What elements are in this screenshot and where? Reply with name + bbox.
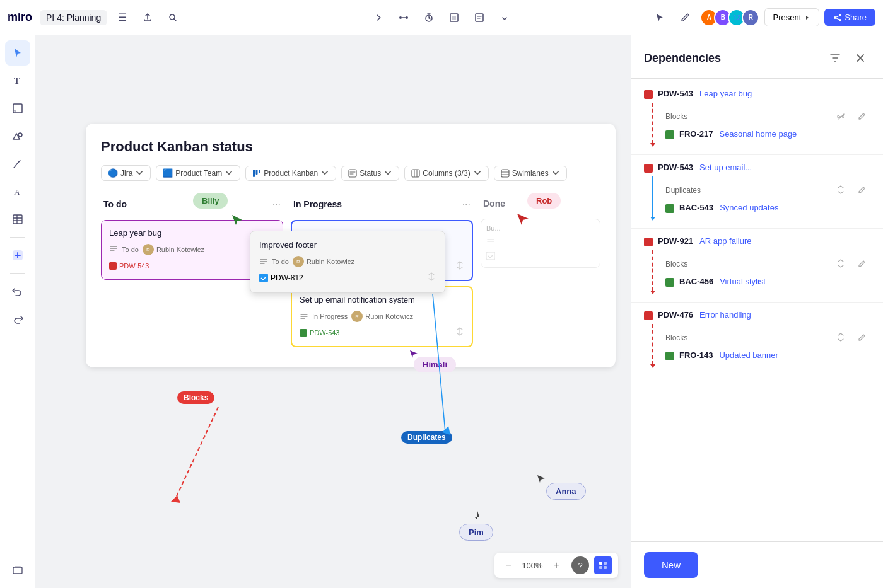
dep-target-name-3: Virtual stylist [720, 277, 766, 286]
col-header-inprogress: In Progress ··· [291, 193, 473, 215]
filter-jira[interactable]: 🔵 Jira [101, 165, 151, 181]
cursor-arrow-himali [409, 349, 419, 362]
tool-table[interactable] [5, 207, 30, 232]
dep-relation-row-2: Duplicates [665, 178, 870, 203]
zoom-minus-btn[interactable]: − [501, 558, 516, 573]
list-icon [109, 244, 118, 255]
card-badge-green: PDW-543 [300, 329, 339, 337]
tool-connector[interactable] [392, 6, 415, 29]
dep-source-2[interactable]: PDW-543 Set up email... [644, 163, 870, 173]
assignee-avatar: R [351, 311, 363, 322]
dep-source-id-3: PDW-921 [658, 236, 693, 246]
dep-target-1[interactable]: FRO-217 Seasonal home page [665, 129, 870, 139]
tool-frame[interactable] [443, 6, 465, 29]
dep-target-id-1: FRO-217 [679, 129, 713, 139]
tool-add[interactable] [5, 243, 30, 268]
dep-rel-label-1: Blocks [665, 112, 687, 121]
tool-layers[interactable] [5, 558, 30, 583]
floating-card-improved-footer[interactable]: Improved footer To do R Rubin Kotowicz P… [250, 231, 445, 293]
col-title-todo: To do [103, 199, 127, 209]
dep-edit-btn-4[interactable] [853, 329, 870, 347]
dep-unlink-btn-3[interactable] [833, 255, 850, 273]
card-setup-email[interactable]: Set up email notification system In Prog… [291, 286, 473, 347]
tool-sticky[interactable] [5, 96, 30, 121]
svg-rect-17 [15, 566, 21, 567]
col-menu-inprogress[interactable]: ··· [462, 199, 471, 210]
tool-redo[interactable] [5, 306, 30, 331]
dep-rel-label-3: Blocks [665, 260, 687, 268]
svg-rect-22 [412, 170, 419, 177]
tool-letter[interactable]: A [5, 179, 30, 204]
dep-relation-row-1: Blocks [665, 104, 870, 129]
dep-unlink-btn-1[interactable] [833, 108, 850, 125]
tool-notes[interactable] [468, 6, 491, 29]
card-done-partial[interactable]: Bu... [481, 219, 600, 268]
pen-icon[interactable] [675, 8, 695, 28]
tool-more[interactable] [493, 6, 516, 29]
filter-product-kanban[interactable]: Product Kanban [245, 166, 336, 181]
dep-source-id-4: PDW-476 [658, 310, 693, 320]
zoom-map-btn[interactable] [594, 556, 612, 574]
tool-pen[interactable] [5, 151, 30, 176]
filter-columns[interactable]: Columns (3/3) [404, 166, 488, 181]
dep-target-3[interactable]: BAC-456 Virtual stylist [665, 277, 870, 287]
tool-timer[interactable] [418, 6, 440, 29]
chevron-down-icon2 [225, 169, 233, 178]
tool-text[interactable]: T [5, 68, 30, 93]
svg-rect-37 [599, 562, 602, 565]
filter-product-team[interactable]: 🟦 Product Team [156, 165, 240, 181]
deps-filter-btn[interactable] [825, 48, 845, 68]
board-filters: 🔵 Jira 🟦 Product Team Product Kanban Sta… [101, 165, 600, 181]
dep-edit-btn-1[interactable] [853, 108, 870, 125]
svg-point-12 [18, 133, 22, 137]
tool-select[interactable] [5, 40, 30, 66]
zoom-plus-btn[interactable]: + [549, 558, 564, 573]
share-button[interactable]: Share [824, 9, 875, 26]
duplicates-badge: Duplicates [401, 431, 452, 444]
dep-source-4[interactable]: PDW-476 Error handling [644, 310, 870, 320]
menu-icon[interactable]: ☰ [112, 8, 132, 28]
cursor-himali: Himali [414, 357, 456, 372]
deps-close-btn[interactable] [850, 48, 870, 68]
dep-target-icon-1 [665, 130, 674, 139]
left-sidebar: T A [0, 35, 35, 588]
present-button[interactable]: Present [764, 8, 819, 26]
assignee-avatar: R [143, 244, 154, 255]
dep-target-2[interactable]: BAC-543 Synced updates [665, 203, 870, 213]
svg-marker-32 [171, 495, 180, 503]
export-icon[interactable] [137, 8, 158, 28]
dep-source-name-1: Leap year bug [699, 89, 752, 98]
avatar-3: R [742, 9, 759, 26]
svg-marker-29 [517, 214, 529, 225]
new-dependency-button[interactable]: New [644, 552, 698, 578]
search-icon[interactable] [163, 8, 183, 28]
zoom-controls: − 100% + ? [494, 553, 618, 578]
svg-rect-16 [13, 567, 22, 574]
dep-edit-btn-3[interactable] [853, 255, 870, 273]
zoom-help-btn[interactable]: ? [571, 556, 589, 574]
col-title-done: Done [483, 199, 505, 209]
tool-undo[interactable] [5, 279, 30, 304]
dep-edit-btn-2[interactable] [853, 182, 870, 199]
dep-source-1[interactable]: PDW-543 Leap year bug [644, 89, 870, 99]
cursor-arrow-rob [517, 214, 529, 228]
dep-unlink-btn-2[interactable] [833, 182, 850, 199]
sidebar-divider-2 [10, 273, 25, 274]
col-menu-todo[interactable]: ··· [272, 199, 281, 210]
filter-status[interactable]: Status [341, 166, 399, 181]
card-title: Set up email notification system [300, 295, 464, 304]
dep-unlink-btn-4[interactable] [833, 329, 850, 347]
svg-rect-6 [476, 14, 483, 21]
avatar-group[interactable]: A B 12 R [700, 9, 759, 26]
board-title[interactable]: PI 4: Planning [40, 10, 107, 25]
dep-target-4[interactable]: FRO-143 Updated banner [665, 350, 870, 360]
tool-forward[interactable] [367, 6, 390, 29]
dep-source-3[interactable]: PDW-921 AR app failure [644, 236, 870, 246]
filter-swimlanes[interactable]: Swimlanes [494, 166, 567, 181]
deps-footer: New [631, 541, 883, 588]
cursor-icon[interactable] [650, 8, 670, 28]
tool-shapes[interactable] [5, 124, 30, 149]
svg-rect-23 [501, 170, 509, 177]
floating-card-title: Improved footer [259, 240, 436, 250]
cursor-arrow-anna [536, 474, 546, 487]
